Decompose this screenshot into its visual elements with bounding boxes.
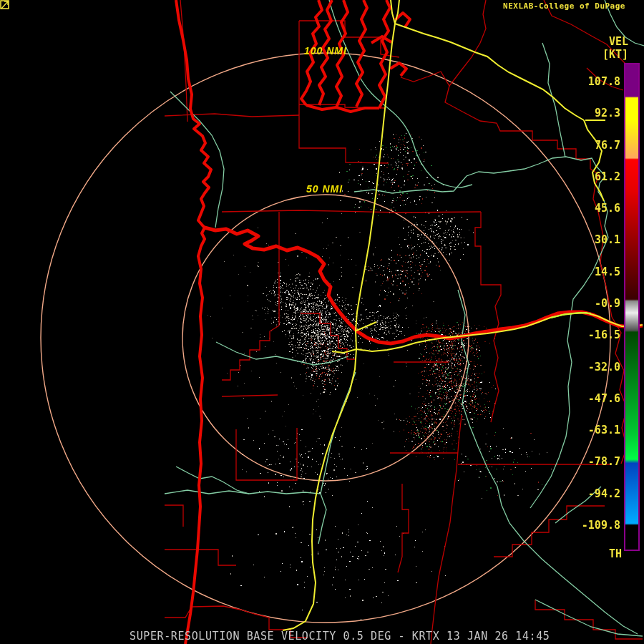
range-ring-label-100nmi: 100 NMI (304, 45, 347, 57)
nexlab-title: NEXLAB-College of DuPage (503, 1, 625, 11)
colorbar-units: [KT] (602, 48, 628, 61)
colorbar-tick-label: 76.7 (595, 139, 620, 152)
range-rings (41, 53, 610, 623)
colorbar-tick-label: -47.6 (588, 392, 620, 405)
colorbar-tick-label: -63.1 (588, 424, 620, 436)
velocity-colorbar (624, 63, 640, 551)
colorbar-tick-label: -16.5 (588, 328, 620, 341)
colorbar-tick-label: 14.5 (595, 265, 620, 278)
kite-logo-icon (0, 0, 10, 10)
colorbar-tick-label: -32.0 (588, 361, 620, 374)
base-map-overlay (0, 0, 644, 644)
colorbar-tick-label: 45.6 (595, 202, 620, 215)
colorbar-tick-label: -0.9 (595, 297, 620, 310)
coastline (176, 0, 211, 644)
colorbar-tick-label: 107.8 (588, 75, 620, 88)
colorbar-threshold-label: TH (609, 547, 622, 560)
product-title: SUPER-RESOLUTION BASE VELOCITY 0.5 DEG -… (130, 630, 550, 643)
colorbar-tick-label: -78.7 (588, 455, 620, 468)
colorbar-tick-label: -94.2 (588, 487, 620, 500)
colorbar-tick-label: 92.3 (595, 107, 620, 119)
range-ring-50nmi (182, 195, 469, 481)
rivers (165, 0, 644, 636)
columbia-river (205, 228, 643, 343)
colorbar-title: VEL (609, 35, 628, 48)
range-ring-100nmi (41, 53, 610, 623)
county-borders (165, 0, 643, 644)
radar-display: NEXLAB-College of DuPage VEL [KT] 107.89… (0, 0, 644, 644)
colorbar-tick-label: -109.8 (582, 519, 620, 532)
colorbar-tick-label: 61.2 (595, 170, 620, 183)
range-ring-label-50nmi: 50 NMI (306, 183, 343, 195)
colorbar-tick-label: 30.1 (595, 233, 620, 246)
